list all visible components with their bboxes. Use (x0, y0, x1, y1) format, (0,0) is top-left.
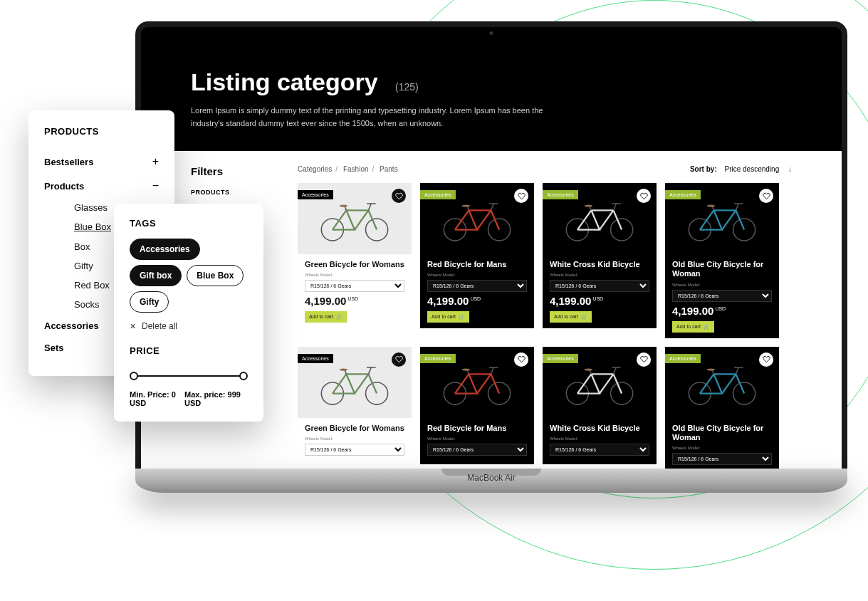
svg-line-26 (368, 367, 371, 374)
svg-point-17 (585, 205, 592, 207)
variant-select[interactable]: R15/126 / 6 Gears (550, 444, 649, 456)
product-card[interactable]: Accessories White Cross Kid Bicycle Whee… (543, 183, 657, 338)
product-price: 4,199.00USD (305, 295, 404, 307)
laptop-label: MacBook Air (467, 473, 515, 483)
svg-line-14 (613, 204, 616, 210)
breadcrumb-fashion[interactable]: Fashion (343, 165, 369, 173)
delete-all-tags[interactable]: ✕ Delete all (130, 321, 248, 331)
variant-select[interactable]: R15/126 / 6 Gears (427, 280, 527, 292)
svg-point-5 (340, 205, 347, 207)
product-title: Old Blue City Bicycle for Woman (672, 424, 772, 442)
heart-icon (640, 355, 648, 363)
wishlist-button[interactable] (637, 352, 651, 367)
add-to-cart-button[interactable]: Add to cart 🛒 (672, 321, 714, 333)
product-card[interactable]: Accessories Red Bicycle for Mans Wheels … (420, 347, 534, 469)
price-heading: PRICE (130, 345, 248, 356)
add-to-cart-button[interactable]: Add to cart 🛒 (427, 311, 469, 323)
page-header: Listing category (125) Lorem Ipsum is si… (141, 40, 842, 151)
product-title: Old Blue City Bicycle for Woman (672, 260, 772, 278)
variant-label: Wheels Model: (672, 283, 772, 287)
breadcrumb: Categories/ Fashion/ Pants (298, 165, 398, 173)
product-badge: Accessories (543, 190, 578, 199)
add-to-cart-button[interactable]: Add to cart 🛒 (305, 311, 347, 323)
sort-control[interactable]: Sort by: Price descending ↓ (690, 165, 792, 173)
products-panel-heading: PRODUCTS (44, 126, 159, 137)
product-title: Green Bicycle for Womans (305, 424, 404, 433)
tag-chip[interactable]: Blue Box (187, 265, 244, 286)
variant-select[interactable]: R15/126 / 6 Gears (672, 290, 772, 302)
price-max: Max. price: 999 USD (184, 390, 248, 407)
slider-handle-min[interactable] (130, 372, 138, 380)
product-badge: Accessories (665, 190, 701, 199)
product-badge: Accessories (420, 190, 456, 199)
product-title: White Cross Kid Bicycle (550, 260, 649, 269)
variant-select[interactable]: R15/126 / 6 Gears (427, 444, 527, 456)
close-icon: ✕ (130, 322, 136, 331)
nav-products[interactable]: Products − (44, 174, 159, 198)
heart-icon (518, 192, 525, 200)
product-card[interactable]: Accessories Old Blue City Bicycle for Wo… (665, 347, 779, 469)
variant-select[interactable]: R15/126 / 6 Gears (305, 280, 404, 292)
svg-line-20 (736, 204, 738, 210)
product-card[interactable]: Accessories Old Blue City Bicycle for Wo… (665, 183, 779, 338)
product-card[interactable]: Accessories Red Bicycle for Mans Wheels … (420, 183, 534, 338)
heart-icon (640, 192, 648, 200)
product-title: Red Bicycle for Mans (427, 260, 527, 269)
svg-line-44 (736, 367, 738, 374)
product-badge: Accessories (420, 354, 456, 363)
page-title: Listing category (191, 68, 378, 96)
tags-heading: TAGS (130, 218, 248, 229)
product-card[interactable]: Accessories Green Bicycle for Womans Whe… (298, 183, 412, 338)
product-price: 4,199.00USD (672, 305, 772, 317)
tag-chip[interactable]: Gifty (130, 291, 169, 313)
wishlist-button[interactable] (514, 352, 528, 367)
plus-icon: + (152, 155, 159, 168)
tag-chip[interactable]: Gift box (130, 265, 182, 286)
page-description: Lorem Ipsum is simply dummy text of the … (191, 105, 561, 130)
svg-line-38 (613, 367, 616, 374)
price-min: Min. Price: 0 USD (130, 390, 184, 407)
svg-point-35 (462, 368, 470, 370)
svg-point-23 (707, 205, 715, 207)
products-label: PRODUCTS (191, 189, 276, 196)
product-card[interactable]: Accessories Green Bicycle for Womans Whe… (298, 347, 412, 469)
variant-select[interactable]: R15/126 / 6 Gears (305, 444, 404, 456)
svg-line-32 (491, 367, 493, 374)
svg-line-2 (368, 204, 371, 210)
product-title: White Cross Kid Bicycle (550, 424, 649, 433)
wishlist-button[interactable] (392, 352, 406, 367)
variant-label: Wheels Model: (427, 273, 527, 277)
variant-label: Wheels Model: (305, 273, 404, 277)
product-badge: Accessories (665, 354, 701, 363)
product-card[interactable]: Accessories White Cross Kid Bicycle Whee… (543, 347, 657, 469)
slider-handle-max[interactable] (239, 372, 248, 380)
svg-line-8 (491, 204, 493, 210)
svg-point-41 (585, 368, 592, 370)
filters-heading: Filters (191, 165, 276, 177)
heart-icon (395, 192, 403, 200)
nav-bestsellers[interactable]: Bestsellers + (44, 150, 159, 174)
heart-icon (395, 355, 403, 363)
product-title: Green Bicycle for Womans (305, 260, 404, 269)
product-badge: Accessories (298, 190, 333, 199)
product-title: Red Bicycle for Mans (427, 424, 527, 433)
product-badge: Accessories (543, 354, 578, 363)
wishlist-button[interactable] (759, 352, 773, 367)
listing-count: (125) (395, 81, 419, 93)
product-price: 4,199.00USD (427, 295, 527, 307)
breadcrumb-categories[interactable]: Categories (298, 165, 332, 173)
svg-point-29 (340, 368, 347, 370)
variant-select[interactable]: R15/126 / 6 Gears (550, 280, 649, 292)
variant-select[interactable]: R15/126 / 6 Gears (672, 453, 772, 465)
add-to-cart-button[interactable]: Add to cart 🛒 (550, 311, 592, 323)
product-badge: Accessories (298, 354, 333, 363)
price-slider[interactable] (130, 369, 248, 383)
variant-label: Wheels Model: (305, 437, 404, 441)
svg-point-47 (707, 368, 715, 370)
tag-chip[interactable]: Accessories (130, 239, 200, 260)
tag-chips: AccessoriesGift boxBlue BoxGifty (130, 239, 248, 313)
variant-label: Wheels Model: (550, 273, 649, 277)
breadcrumb-pants[interactable]: Pants (380, 165, 398, 173)
variant-label: Wheels Model: (427, 437, 527, 441)
heart-icon (518, 355, 525, 363)
